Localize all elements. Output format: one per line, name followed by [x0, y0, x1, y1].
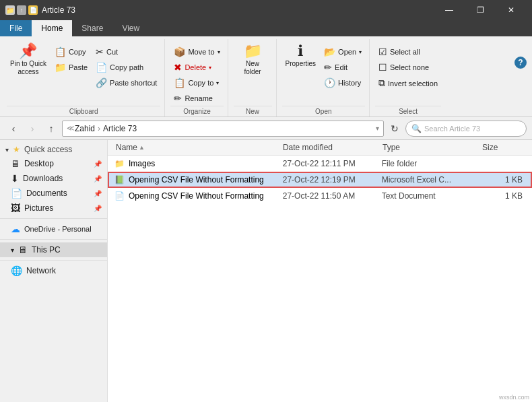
copy-to-dropdown-icon: ▾: [216, 80, 219, 86]
open-button[interactable]: 📂 Open ▾: [321, 44, 365, 59]
col-header-date[interactable]: Date modified: [283, 143, 383, 152]
downloads-label: Downloads: [23, 174, 63, 183]
select-none-button[interactable]: ☐ Select none: [375, 60, 441, 75]
file-type: Text Document: [382, 191, 481, 201]
sidebar-item-onedrive[interactable]: ☁ OneDrive - Personal: [0, 222, 107, 236]
rename-button[interactable]: ✏ Rename: [170, 91, 223, 106]
tab-file[interactable]: File: [0, 20, 32, 36]
sidebar-item-desktop[interactable]: 🖥 Desktop 📌: [0, 156, 107, 171]
address-dropdown-icon[interactable]: ▾: [376, 125, 379, 132]
paste-shortcut-label: Paste shortcut: [110, 79, 157, 87]
cut-label: Cut: [106, 48, 118, 56]
col-type-label: Type: [383, 143, 400, 152]
copy-path-button[interactable]: 📄 Copy path: [92, 60, 160, 75]
invert-label: Invert selection: [388, 79, 438, 88]
maximize-button[interactable]: ❐: [465, 0, 496, 20]
select-all-button[interactable]: ☑ Select all: [375, 44, 441, 59]
network-label: Network: [26, 266, 56, 275]
edit-button[interactable]: ✏ Edit: [321, 60, 365, 75]
title-icon-2: ↑: [17, 5, 26, 15]
sidebar-item-documents[interactable]: 📄 Documents 📌: [0, 186, 107, 201]
breadcrumb-part1[interactable]: Zahid: [75, 124, 95, 133]
file-list: 📁Images27-Oct-22 12:11 PMFile folder📗Ope…: [108, 156, 532, 402]
forward-button[interactable]: ›: [24, 121, 40, 137]
main-area: ▾ ★ Quick access 🖥 Desktop 📌 ⬇ Downloads…: [0, 140, 532, 402]
tab-view[interactable]: View: [112, 20, 149, 36]
ribbon-tabs: File Home Share View ?: [0, 20, 532, 36]
delete-icon: ✖: [174, 62, 182, 73]
delete-button[interactable]: ✖ Delete ▾: [170, 60, 223, 75]
new-folder-button[interactable]: 📁 New folder: [238, 42, 267, 78]
pin-label: Pin to Quick access: [10, 60, 46, 76]
col-size-label: Size: [482, 143, 498, 152]
tab-share[interactable]: Share: [72, 20, 112, 36]
edit-label: Edit: [335, 63, 347, 71]
organize-label: Organize: [170, 106, 223, 116]
table-row[interactable]: 📄Opening CSV File Without Formatting27-O…: [108, 188, 532, 204]
file-date: 27-Oct-22 12:19 PM: [283, 175, 382, 185]
breadcrumb-separator: ›: [98, 124, 100, 133]
close-button[interactable]: ✕: [496, 0, 527, 20]
file-size: 1 KB: [481, 175, 531, 185]
window-controls[interactable]: — ❐ ✕: [434, 0, 527, 20]
star-icon: ★: [13, 145, 20, 154]
col-header-type[interactable]: Type: [383, 143, 482, 152]
quick-access-arrow: ▾: [5, 146, 9, 154]
new-label: New: [234, 106, 272, 116]
sidebar-item-this-pc[interactable]: ▾ 🖥 This PC: [0, 242, 107, 257]
back-button[interactable]: ‹: [5, 121, 22, 137]
properties-button[interactable]: ℹ Properties: [282, 42, 320, 69]
paste-label: Paste: [69, 63, 88, 71]
open-dropdown-icon: ▾: [359, 49, 362, 55]
copy-path-icon: 📄: [96, 62, 107, 73]
pin-indicator: 📌: [94, 160, 102, 168]
table-row[interactable]: 📁Images27-Oct-22 12:11 PMFile folder: [108, 156, 532, 172]
downloads-icon: ⬇: [11, 173, 19, 184]
table-row[interactable]: 📗Opening CSV File Without Formatting27-O…: [108, 172, 532, 188]
refresh-button[interactable]: ↻: [387, 121, 403, 137]
history-label: History: [338, 79, 361, 87]
cut-button[interactable]: ✂ Cut: [92, 44, 160, 59]
this-pc-section: ▾ 🖥 This PC: [0, 242, 107, 257]
search-box[interactable]: 🔍 Search Article 73: [405, 121, 527, 137]
open-content: ℹ Properties 📂 Open ▾ ✏ Edit 🕐 History: [282, 39, 366, 106]
help-button[interactable]: ?: [514, 57, 527, 69]
scissors-icon: ✂: [96, 46, 104, 57]
sidebar-item-network[interactable]: 🌐 Network: [0, 263, 107, 278]
pin-button[interactable]: 📌 Pin to Quick access: [7, 42, 50, 78]
documents-icon: 📄: [11, 188, 22, 199]
paste-shortcut-button[interactable]: 🔗 Paste shortcut: [92, 75, 160, 90]
title-bar-icons: 📁 ↑ 📄: [5, 5, 38, 15]
onedrive-label: OneDrive - Personal: [24, 225, 92, 233]
move-icon: 📦: [174, 46, 185, 57]
invert-selection-button[interactable]: ⧉ Invert selection: [375, 75, 441, 91]
ribbon: 📌 Pin to Quick access 📋 Copy 📁 Paste ✂ C…: [0, 36, 532, 117]
copy-label: Copy: [69, 48, 86, 56]
quick-access-header[interactable]: ▾ ★ Quick access: [0, 143, 107, 156]
paste-button[interactable]: 📁 Paste: [51, 60, 91, 75]
organize-content: 📦 Move to ▾ ✖ Delete ▾ 📋 Copy to ▾ ✏ Ren…: [170, 39, 223, 106]
search-placeholder: Search Article 73: [424, 125, 480, 133]
sidebar-item-pictures[interactable]: 🖼 Pictures 📌: [0, 201, 107, 215]
up-button[interactable]: ↑: [43, 121, 59, 137]
copy-button[interactable]: 📋 Copy: [51, 44, 91, 59]
this-pc-icon: 🖥: [18, 244, 28, 255]
move-to-button[interactable]: 📦 Move to ▾: [170, 44, 223, 59]
file-date: 27-Oct-22 12:11 PM: [283, 159, 382, 168]
minimize-button[interactable]: —: [434, 0, 465, 20]
copy-to-button[interactable]: 📋 Copy to ▾: [170, 75, 223, 90]
file-name: Opening CSV File Without Formatting: [129, 191, 264, 201]
sidebar-item-downloads[interactable]: ⬇ Downloads 📌: [0, 171, 107, 186]
history-button[interactable]: 🕐 History: [321, 75, 365, 90]
rename-label: Rename: [185, 94, 213, 102]
sidebar-separator-3: [0, 260, 107, 261]
col-header-name[interactable]: Name ▲: [108, 143, 283, 152]
tab-home[interactable]: Home: [32, 20, 72, 36]
select-content: ☑ Select all ☐ Select none ⧉ Invert sele…: [375, 39, 441, 106]
breadcrumb-part2[interactable]: Article 73: [103, 124, 137, 133]
col-date-label: Date modified: [283, 143, 333, 152]
address-path[interactable]: ≪ Zahid › Article 73 ▾: [62, 121, 384, 137]
file-name-cell: 📁Images: [109, 159, 283, 168]
col-header-size[interactable]: Size: [482, 143, 532, 152]
new-content: 📁 New folder: [238, 39, 267, 106]
